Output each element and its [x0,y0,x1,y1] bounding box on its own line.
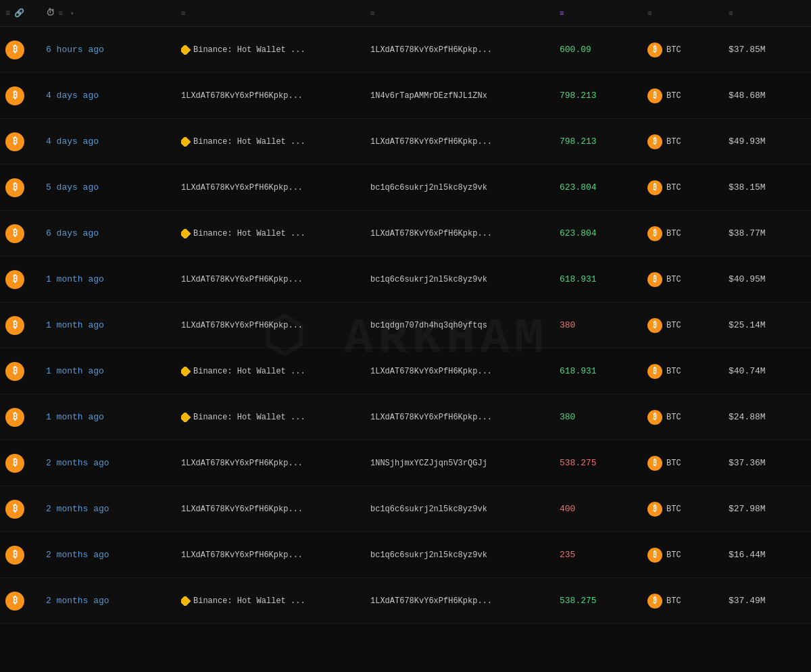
to-cell[interactable]: bc1qdgn707dh4hq3qh0yftqs [365,314,554,337]
token-btc-icon: ₿ [647,226,662,241]
col-token-header[interactable]: ≡ [642,4,723,22]
token-btc-icon: ₿ [647,502,662,517]
coin-icon-cell: ₿ [0,34,41,66]
col-time-header[interactable]: ⏱ ≡ ▾ [41,4,176,22]
from-cell[interactable]: Binance: Hot Wallet ... [176,590,365,613]
table-row[interactable]: ₿1 month ago Binance: Hot Wallet ... 1LX… [0,348,811,394]
from-label-text: Binance: Hot Wallet ... [193,413,305,422]
time-cell[interactable]: 6 hours ago [41,38,176,61]
from-label-wrapper: Binance: Hot Wallet ... [181,229,305,238]
to-addr-text: 1LXdAT678KvY6xPfH6Kpkp... [370,229,492,238]
to-cell[interactable]: 1NNSjhjmxYCZJjqn5V3rQGJj [365,452,554,475]
value-amount: 623.804 [560,182,597,192]
col-from-header[interactable]: ≡ [176,4,365,22]
table-row[interactable]: ₿2 months ago1LXdAT678KvY6xPfH6Kpkp...bc… [0,486,811,532]
usd-cell: $37.49M [723,589,791,613]
from-cell[interactable]: Binance: Hot Wallet ... [176,38,365,61]
table-row[interactable]: ₿5 days ago1LXdAT678KvY6xPfH6Kpkp...bc1q… [0,165,811,211]
table-row[interactable]: ₿6 days ago Binance: Hot Wallet ... 1LXd… [0,211,811,257]
binance-icon [181,413,191,422]
usd-value: $40.95M [729,274,766,284]
table-row[interactable]: ₿1 month ago1LXdAT678KvY6xPfH6Kpkp...bc1… [0,303,811,348]
token-name: BTC [666,550,681,560]
time-value: 1 month ago [46,274,104,284]
time-cell[interactable]: 5 days ago [41,176,176,199]
token-cell: ₿ BTC [642,403,723,432]
table-row[interactable]: ₿2 months ago Binance: Hot Wallet ... 1L… [0,578,811,624]
col-to-header[interactable]: ≡ [365,4,554,22]
table-row[interactable]: ₿2 months ago1LXdAT678KvY6xPfH6Kpkp...bc… [0,532,811,578]
token-name: BTC [666,91,681,101]
to-cell[interactable]: bc1q6c6sukrj2nl5kc8yz9vk [365,498,554,521]
col-value-header[interactable]: ≡ [554,4,642,22]
from-cell[interactable]: 1LXdAT678KvY6xPfH6Kpkp... [176,544,365,567]
to-cell[interactable]: 1LXdAT678KvY6xPfH6Kpkp... [365,130,554,153]
from-cell[interactable]: 1LXdAT678KvY6xPfH6Kpkp... [176,452,365,475]
token-cell: ₿ BTC [642,541,723,569]
to-cell[interactable]: 1LXdAT678KvY6xPfH6Kpkp... [365,360,554,383]
from-label-text: Binance: Hot Wallet ... [193,596,305,606]
from-cell[interactable]: 1LXdAT678KvY6xPfH6Kpkp... [176,314,365,337]
time-cell[interactable]: 2 months ago [41,543,176,567]
to-cell[interactable]: 1LXdAT678KvY6xPfH6Kpkp... [365,590,554,613]
token-cell: ₿ BTC [642,587,723,615]
to-cell[interactable]: bc1q6c6sukrj2nl5kc8yz9vk [365,268,554,291]
from-label-text: Binance: Hot Wallet ... [193,45,305,55]
time-cell[interactable]: 2 months ago [41,451,176,475]
value-cell: 618.931 [554,267,642,291]
time-cell[interactable]: 1 month ago [41,267,176,291]
value-cell: 380 [554,405,642,429]
table-row[interactable]: ₿1 month ago Binance: Hot Wallet ... 1LX… [0,394,811,440]
time-cell[interactable]: 1 month ago [41,405,176,429]
token-btc-icon: ₿ [647,548,662,563]
table-row[interactable]: ₿4 days ago1LXdAT678KvY6xPfH6Kpkp...1N4v… [0,73,811,119]
from-cell[interactable]: 1LXdAT678KvY6xPfH6Kpkp... [176,498,365,521]
value-amount: 538.275 [560,458,597,468]
table-row[interactable]: ₿6 hours ago Binance: Hot Wallet ... 1LX… [0,27,811,73]
from-label-text: Binance: Hot Wallet ... [193,137,305,147]
time-cell[interactable]: 1 month ago [41,359,176,383]
usd-value: $16.44M [729,550,766,560]
usd-value: $40.74M [729,366,766,376]
token-btc-icon: ₿ [647,180,662,195]
from-cell[interactable]: 1LXdAT678KvY6xPfH6Kpkp... [176,268,365,291]
coin-icon-cell: ₿ [0,263,41,296]
binance-icon [181,137,191,147]
time-cell[interactable]: 2 months ago [41,589,176,613]
time-cell[interactable]: 1 month ago [41,313,176,337]
coin-icon-cell: ₿ [0,172,41,204]
coin-icon-cell: ₿ [0,309,41,342]
to-cell[interactable]: bc1q6c6sukrj2nl5kc8yz9vk [365,544,554,567]
time-cell[interactable]: 2 months ago [41,497,176,521]
from-cell[interactable]: Binance: Hot Wallet ... [176,360,365,383]
from-cell[interactable]: Binance: Hot Wallet ... [176,222,365,245]
to-cell[interactable]: 1LXdAT678KvY6xPfH6Kpkp... [365,38,554,61]
table-row[interactable]: ₿4 days ago Binance: Hot Wallet ... 1LXd… [0,119,811,165]
time-cell[interactable]: 4 days ago [41,84,176,107]
token-btc-icon: ₿ [647,272,662,287]
from-addr-text: 1LXdAT678KvY6xPfH6Kpkp... [181,459,303,468]
token-name: BTC [666,459,681,468]
from-cell[interactable]: 1LXdAT678KvY6xPfH6Kpkp... [176,84,365,107]
btc-icon: ₿ [5,178,24,197]
to-cell[interactable]: 1LXdAT678KvY6xPfH6Kpkp... [365,222,554,245]
value-amount: 380 [560,412,575,422]
from-label-wrapper: Binance: Hot Wallet ... [181,367,305,376]
time-value: 2 months ago [46,458,109,468]
to-cell[interactable]: 1LXdAT678KvY6xPfH6Kpkp... [365,406,554,429]
to-cell[interactable]: 1N4v6rTapAMMrDEzfNJL1ZNx [365,84,554,107]
table-row[interactable]: ₿1 month ago1LXdAT678KvY6xPfH6Kpkp...bc1… [0,257,811,303]
table-row[interactable]: ₿2 months ago1LXdAT678KvY6xPfH6Kpkp...1N… [0,440,811,486]
from-cell[interactable]: 1LXdAT678KvY6xPfH6Kpkp... [176,176,365,199]
time-cell[interactable]: 4 days ago [41,130,176,153]
value-cell: 538.275 [554,451,642,475]
from-cell[interactable]: Binance: Hot Wallet ... [176,406,365,429]
time-value: 2 months ago [46,550,109,560]
token-cell: ₿ BTC [642,311,723,340]
col-icon-header: ≡ 🔗 [0,4,41,22]
col-usd-header[interactable]: ≡ [723,4,791,22]
time-cell[interactable]: 6 days ago [41,222,176,245]
from-cell[interactable]: Binance: Hot Wallet ... [176,130,365,153]
token-btc-icon: ₿ [647,318,662,333]
to-cell[interactable]: bc1q6c6sukrj2nl5kc8yz9vk [365,176,554,199]
